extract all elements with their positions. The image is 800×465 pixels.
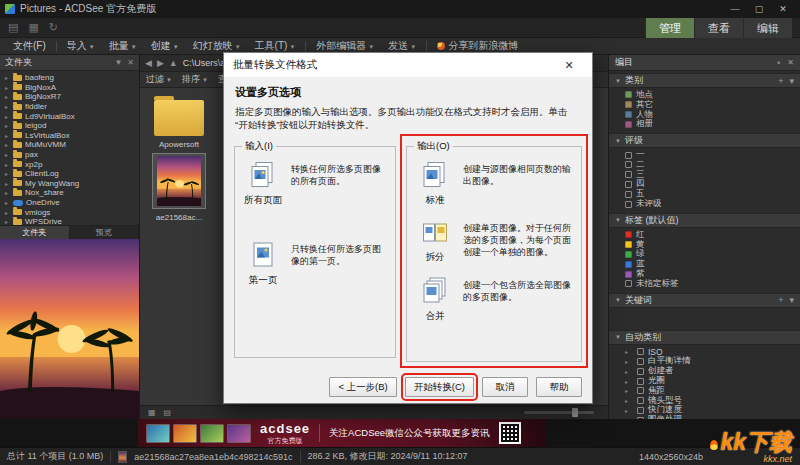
tab-edit[interactable]: 编辑: [743, 18, 792, 38]
back-button[interactable]: < 上一步(B): [329, 377, 396, 397]
help-button[interactable]: 帮助: [536, 377, 582, 397]
expander-icon[interactable]: ▸: [5, 189, 13, 196]
menu-import[interactable]: 导入▼: [60, 39, 102, 53]
section-ratings[interactable]: ▼ 评级: [609, 133, 800, 148]
zoom-slider-handle[interactable]: [572, 408, 578, 417]
maximize-button[interactable]: ▢: [747, 0, 771, 18]
image-thumbnail[interactable]: [152, 153, 206, 209]
folder-tree-item[interactable]: ▸My WangWang: [5, 179, 139, 189]
checkbox-icon[interactable]: [625, 171, 632, 178]
refresh-icon[interactable]: ↻: [49, 21, 58, 34]
rating-item-unrated[interactable]: 未评级: [625, 199, 800, 209]
checkbox-icon[interactable]: [625, 161, 632, 168]
menu-slideshow[interactable]: 幻灯放映▼: [186, 39, 248, 53]
panel-close-icon[interactable]: ✕: [127, 58, 134, 67]
menu-tools[interactable]: 工具(T)▼: [248, 39, 303, 53]
all-pages-icon[interactable]: [250, 161, 276, 189]
label-item-red[interactable]: 红: [625, 230, 800, 240]
expander-icon[interactable]: ▸: [5, 161, 13, 168]
rating-item-3[interactable]: 三: [625, 170, 800, 180]
folder-tree-item[interactable]: ▸Ld9VirtualBox: [5, 111, 139, 121]
section-categories[interactable]: ▼ 类别 +▾: [609, 73, 800, 88]
expander-icon[interactable]: ▸: [5, 132, 13, 139]
checkbox-icon[interactable]: [625, 191, 632, 198]
expander-icon[interactable]: ▸: [5, 209, 13, 216]
acdsee-ad-banner[interactable]: acdsee 官方免费版 关注ACDSee微信公众号获取更多资讯: [138, 419, 546, 447]
expander-icon[interactable]: ▸: [5, 199, 13, 206]
cancel-button[interactable]: 取消: [482, 377, 528, 397]
sort-menu[interactable]: 排序▼: [182, 73, 208, 86]
add-icon[interactable]: +: [778, 76, 783, 86]
grid-view-icon[interactable]: ▤: [8, 21, 18, 34]
folder-tree-item[interactable]: ▸baofeng: [5, 73, 139, 83]
expander-icon[interactable]: ▸: [625, 348, 633, 355]
split-output-icon[interactable]: [422, 220, 448, 246]
checkbox-icon[interactable]: [625, 181, 632, 188]
rating-item-2[interactable]: 二: [625, 160, 800, 170]
tab-view[interactable]: 查看: [694, 18, 743, 38]
menu-external-editor[interactable]: 外部编辑器▼: [309, 39, 381, 53]
expander-icon[interactable]: ▸: [5, 141, 13, 148]
checkbox-icon[interactable]: [625, 152, 632, 159]
label-item-yellow[interactable]: 黄: [625, 240, 800, 250]
section-labels[interactable]: ▼ 标签 (默认值): [609, 213, 800, 228]
expander-icon[interactable]: ▸: [625, 368, 633, 375]
folder-tree-item[interactable]: ▸xp2p: [5, 159, 139, 169]
option-standard[interactable]: 标准 创建与源图像相同页数的输出图像。: [414, 161, 574, 207]
view-mode-icon[interactable]: ▦: [148, 408, 156, 417]
expander-icon[interactable]: ▸: [5, 218, 13, 225]
first-page-icon[interactable]: [250, 241, 276, 269]
image-tile[interactable]: ae21568ac...: [148, 153, 210, 222]
folder-tree-item[interactable]: ▸vmlogs: [5, 207, 139, 217]
expander-icon[interactable]: ▸: [5, 74, 13, 81]
label-item-none[interactable]: 未指定标签: [625, 279, 800, 289]
merge-output-icon[interactable]: [422, 277, 448, 305]
panel-menu-icon[interactable]: ▼: [114, 58, 122, 67]
option-first-page[interactable]: 第一页 只转换任何所选多页图像的第一页。: [242, 241, 388, 287]
tab-folders[interactable]: 文件夹: [0, 226, 70, 239]
folder-tree-item[interactable]: ▸LsVirtualBox: [5, 131, 139, 141]
expander-icon[interactable]: ▸: [5, 180, 13, 187]
expander-icon[interactable]: ▸: [625, 378, 633, 385]
expander-icon[interactable]: ▸: [5, 151, 13, 158]
menu-create[interactable]: 创建▼: [144, 39, 186, 53]
menu-file[interactable]: 文件(F): [6, 39, 53, 53]
section-auto-categories[interactable]: ▼ 自动类别: [609, 330, 800, 345]
folder-tree-item[interactable]: ▸ClientLog: [5, 169, 139, 179]
label-item-green[interactable]: 绿: [625, 250, 800, 260]
rating-item-1[interactable]: 一: [625, 150, 800, 160]
standard-output-icon[interactable]: [422, 161, 448, 189]
checkbox-icon[interactable]: [625, 201, 632, 208]
folder-tile[interactable]: Apowersoft: [148, 94, 210, 149]
auto-cat-image-processing[interactable]: ▸图像处理: [625, 415, 800, 419]
folder-tree-item[interactable]: ▸Nox_share: [5, 188, 139, 198]
menu-batch[interactable]: 批量▼: [102, 39, 144, 53]
expander-icon[interactable]: ▸: [5, 170, 13, 177]
filter-menu[interactable]: 过滤▼: [146, 73, 172, 86]
pin-icon[interactable]: ▪: [777, 58, 780, 67]
tab-preview[interactable]: 预览: [70, 226, 140, 239]
expander-icon[interactable]: ▸: [625, 417, 633, 419]
section-menu-icon[interactable]: ▾: [789, 76, 794, 86]
option-merge[interactable]: 合并 创建一个包含所选全部图像的多页图像。: [414, 277, 574, 323]
zoom-slider[interactable]: [524, 411, 594, 414]
dialog-close-button[interactable]: ✕: [555, 53, 583, 77]
folder-tree-item[interactable]: ▸MuMuVMM: [5, 140, 139, 150]
category-item-album[interactable]: 相册: [625, 119, 800, 129]
minimize-button[interactable]: —: [723, 0, 747, 18]
folder-tree-item-onedrive[interactable]: ▸OneDrive: [5, 198, 139, 208]
forward-icon[interactable]: ▶: [157, 58, 164, 68]
folder-tree-item[interactable]: ▸fiddler: [5, 102, 139, 112]
folder-tree-item[interactable]: ▸leigod: [5, 121, 139, 131]
expander-icon[interactable]: ▸: [5, 122, 13, 129]
section-keywords[interactable]: ▼ 关键词 +▾: [609, 293, 800, 308]
folder-tree-item[interactable]: ▸pax: [5, 150, 139, 160]
start-convert-button-annotated[interactable]: 开始转换(C): [405, 377, 474, 397]
expander-icon[interactable]: ▸: [5, 93, 13, 100]
expander-icon[interactable]: ▸: [5, 113, 13, 120]
close-button[interactable]: ✕: [771, 0, 795, 18]
thumbnails-icon[interactable]: ▦: [28, 21, 38, 34]
menu-share-weibo[interactable]: 分享到新浪微博: [430, 39, 525, 53]
detail-mode-icon[interactable]: ▤: [164, 408, 172, 417]
folder-tree-item[interactable]: ▸BigNoxA: [5, 83, 139, 93]
